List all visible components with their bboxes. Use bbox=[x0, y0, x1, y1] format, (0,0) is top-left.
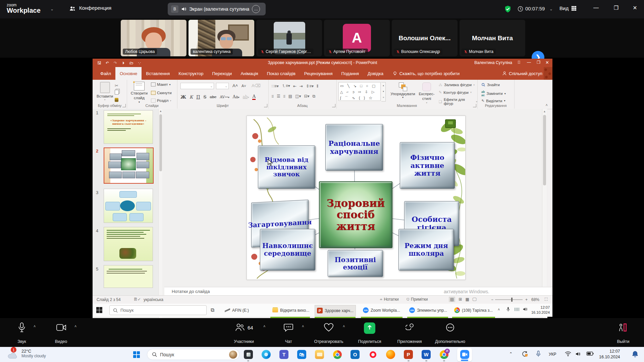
strikethrough-button[interactable]: S bbox=[203, 95, 206, 100]
start-button[interactable] bbox=[132, 351, 141, 359]
tab-insert[interactable]: Вставлення bbox=[142, 67, 174, 80]
font-size-combobox[interactable]: ⌄ bbox=[216, 83, 229, 89]
highlight-color-button[interactable]: ab▾ bbox=[243, 95, 249, 99]
slide-thumbnail-4[interactable] bbox=[104, 227, 153, 261]
diagram-box-active-life[interactable]: Фізично активне життя bbox=[400, 142, 455, 189]
audio-button[interactable] bbox=[13, 322, 30, 333]
drawing-dialog-launcher[interactable] bbox=[473, 104, 476, 107]
tab-view[interactable]: Подання bbox=[337, 67, 364, 80]
tab-slideshow[interactable]: Показ слайдів bbox=[263, 67, 300, 80]
shapes-gallery[interactable]: ▭ ╲ ↘ □ ○ ▢△ ⌐ ɔ ⇨ ⇩ ▷ʃ ⌒ ∿ { } ☆ bbox=[338, 82, 381, 101]
tab-transitions[interactable]: Переходи bbox=[208, 67, 236, 80]
zoom-in-button[interactable]: + bbox=[525, 297, 528, 302]
participants-button[interactable]: 64 bbox=[235, 323, 253, 332]
taskbar-icon-teams[interactable]: T bbox=[279, 350, 288, 359]
numbering-button[interactable]: ⒈≡▾ bbox=[282, 83, 290, 89]
apps-button[interactable] bbox=[405, 323, 415, 332]
tray-wifi-icon[interactable] bbox=[565, 351, 571, 356]
security-shield-icon[interactable] bbox=[504, 5, 512, 13]
align-center-button[interactable]: ☰ bbox=[277, 94, 280, 99]
notes-pane[interactable]: Нотатки до слайда активувати Windows. bbox=[164, 287, 552, 296]
video-tile-voloshyn[interactable]: Волошин Олек... Волошин Олександр bbox=[392, 20, 458, 56]
zoom-percentage[interactable]: 68% bbox=[531, 297, 539, 302]
share-document-button[interactable]: Спільний доступ bbox=[502, 71, 542, 76]
view-grid-icon[interactable] bbox=[571, 6, 577, 11]
section-button[interactable]: Розділ▾ bbox=[151, 99, 171, 103]
clear-formatting-button[interactable]: A⌫ bbox=[252, 83, 261, 88]
taskbar-icon-explorer[interactable] bbox=[315, 350, 324, 359]
reset-button[interactable]: Скинути bbox=[151, 91, 172, 95]
taskbar-icon-zoom-active[interactable] bbox=[457, 348, 472, 361]
minimize-button[interactable]: — bbox=[591, 5, 601, 11]
audio-options-chevron[interactable]: ˄ bbox=[34, 324, 36, 328]
taskbar-icon-firefox[interactable] bbox=[386, 350, 395, 359]
change-case-button[interactable]: Aa▾ bbox=[233, 95, 239, 99]
tab-review[interactable]: Рецензування bbox=[300, 67, 337, 80]
tab-shared-screen[interactable]: В Экран (валентина сутулина … bbox=[168, 3, 266, 15]
slide-thumbnail-5[interactable] bbox=[104, 265, 153, 288]
chat-button[interactable] bbox=[283, 323, 293, 332]
taskbar-icon-taskview[interactable] bbox=[244, 350, 253, 359]
slide-counter[interactable]: Слайд 2 з 54 bbox=[97, 297, 121, 302]
diagram-box-healthy-lifestyle-center[interactable]: Здоровий спосіб життя bbox=[319, 181, 392, 248]
slideshow-view-button[interactable]: 🖵 bbox=[473, 297, 477, 302]
decrease-indent-button[interactable]: ⇤ bbox=[293, 84, 297, 88]
timer-chevron-icon[interactable]: ⌄ bbox=[549, 7, 553, 11]
tray-hidden-icons-chevron[interactable]: ⌃ bbox=[509, 352, 513, 356]
video-button[interactable] bbox=[52, 323, 71, 331]
scroll-up-arrow[interactable]: ▲ bbox=[542, 109, 547, 114]
paste-button[interactable]: Вставити ▾ bbox=[97, 82, 113, 101]
taskbar-app-afin[interactable]: AFIN (E:) bbox=[223, 305, 251, 315]
font-dialog-launcher[interactable] bbox=[264, 104, 267, 107]
chat-options-chevron[interactable]: ˄ bbox=[302, 324, 304, 328]
slide-thumbnail-2-selected[interactable] bbox=[104, 147, 154, 184]
slide-thumbnail-1[interactable]: «Здорове харчування – вимога сьогодення» bbox=[104, 110, 153, 144]
select-button[interactable]: ⇖ Виділити▾ bbox=[481, 99, 505, 103]
taskbar-app-folder[interactable]: Відкрита вихо... bbox=[270, 305, 311, 315]
shapes-gallery-scroll[interactable]: ▴▾≡ bbox=[381, 82, 386, 102]
font-color-button[interactable]: А bbox=[252, 94, 256, 100]
italic-button[interactable]: К bbox=[190, 95, 193, 100]
current-slide[interactable]: Відмова від шкідливих звичок Раціональне… bbox=[247, 116, 466, 280]
increase-indent-button[interactable]: ⇥ bbox=[300, 84, 303, 88]
ppt-maximize-button[interactable]: ❐ bbox=[537, 60, 540, 65]
tab-animations[interactable]: Анімація bbox=[236, 67, 262, 80]
tray-battery-icon[interactable] bbox=[586, 351, 594, 356]
align-right-button[interactable]: Ⲷ bbox=[283, 94, 285, 99]
shared-taskbar-clock[interactable]: 12:0716.10.2024 bbox=[531, 305, 550, 315]
taskbar-icon-chrome[interactable] bbox=[333, 350, 342, 359]
scrollbar-thumb[interactable] bbox=[159, 114, 162, 171]
font-name-combobox[interactable]: ⌄ bbox=[180, 83, 214, 89]
bullets-button[interactable]: ∷≡▾ bbox=[272, 84, 279, 88]
tray-volume-icon[interactable] bbox=[575, 351, 581, 357]
workspace-chevron-icon[interactable]: ⌄ bbox=[50, 7, 54, 11]
copy-button[interactable] bbox=[115, 90, 119, 96]
share-screen-button[interactable] bbox=[364, 322, 375, 334]
taskbar-icon-powerpoint[interactable]: P bbox=[404, 350, 413, 359]
find-button[interactable]: Знайти bbox=[481, 83, 500, 87]
character-spacing-button[interactable]: AV↔▾ bbox=[220, 95, 229, 99]
columns-button[interactable]: ◫▾ bbox=[295, 94, 301, 99]
diagram-box-environment[interactable]: Навколишнє середовище bbox=[260, 229, 315, 270]
tab-home[interactable]: Основне bbox=[115, 67, 142, 80]
react-button[interactable] bbox=[324, 323, 334, 332]
taskbar-icon-edge[interactable] bbox=[262, 350, 271, 359]
zoom-slider-thumb[interactable] bbox=[511, 298, 513, 302]
video-tile-artem[interactable]: А Артем Пустовойт bbox=[324, 20, 390, 56]
replace-button[interactable]: abac Замінити▾ bbox=[481, 90, 506, 97]
tray-network-icon[interactable] bbox=[515, 308, 519, 311]
diagram-box-rational-nutrition[interactable]: Раціональне харчування bbox=[325, 124, 383, 171]
taskbar-app-zoom2[interactable]: zm Элементы упр... bbox=[407, 305, 449, 315]
tray-notification-bell-icon[interactable] bbox=[632, 351, 638, 358]
shape-fill-button[interactable]: 🝆Заливка фігури▾ bbox=[439, 83, 475, 87]
maximize-button[interactable]: ❐ bbox=[611, 5, 621, 11]
underline-button[interactable]: П bbox=[196, 95, 200, 100]
shared-search-box[interactable]: Пошук bbox=[109, 305, 207, 315]
taskbar-clock[interactable]: 12:0716.10.2024 bbox=[599, 349, 620, 360]
cut-button[interactable]: ✂ bbox=[115, 82, 118, 88]
hidden-icons-chevron[interactable]: ˄ bbox=[498, 307, 500, 311]
paragraph-dialog-launcher[interactable] bbox=[332, 104, 335, 107]
video-tile-molchan[interactable]: Молчан Вита Молчан Вита bbox=[460, 20, 525, 56]
bold-button[interactable]: Ж bbox=[180, 95, 186, 100]
grow-font-button[interactable]: A˄ bbox=[232, 83, 238, 88]
